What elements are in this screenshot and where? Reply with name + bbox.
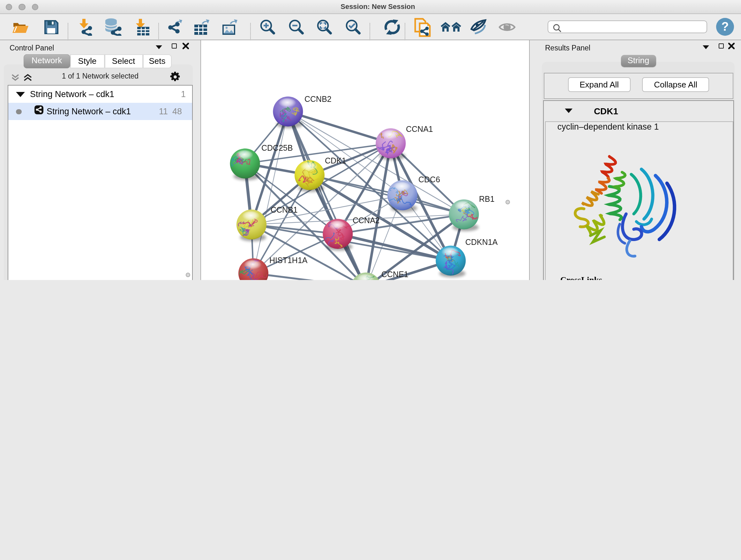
svg-text:HIST1H1A: HIST1H1A xyxy=(269,256,308,265)
svg-text:CDC6: CDC6 xyxy=(418,175,440,184)
svg-text:CDC25B: CDC25B xyxy=(261,143,293,152)
svg-text:CCNB1: CCNB1 xyxy=(271,205,298,214)
svg-text:CCNE1: CCNE1 xyxy=(381,270,408,279)
svg-text:CCNA2: CCNA2 xyxy=(353,216,380,225)
svg-text:CCNA1: CCNA1 xyxy=(406,125,433,133)
svg-text:CCNB2: CCNB2 xyxy=(305,95,332,104)
svg-text:CDKN1A: CDKN1A xyxy=(465,238,498,246)
svg-text:CDK1: CDK1 xyxy=(325,156,346,165)
svg-text:RB1: RB1 xyxy=(479,194,495,203)
